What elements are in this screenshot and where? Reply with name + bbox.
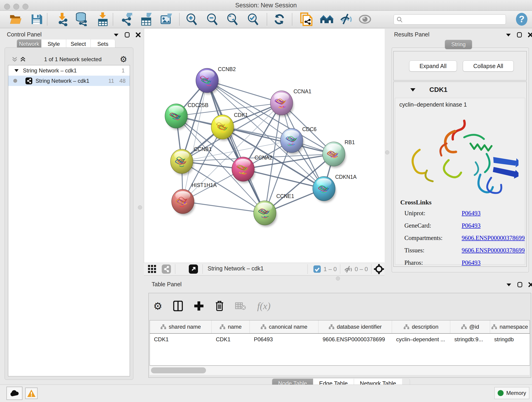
table-cell[interactable]: CDK1 bbox=[150, 336, 212, 343]
panel-float-icon[interactable] bbox=[125, 32, 130, 38]
crosslink-link[interactable]: P06493 bbox=[462, 222, 481, 229]
collapse-all-icon[interactable] bbox=[12, 56, 18, 62]
node-table-grid[interactable]: shared namenamecanonical namedatabase id… bbox=[150, 320, 530, 366]
panel-close-icon[interactable] bbox=[528, 32, 532, 37]
table-cell[interactable]: stringdb:9... bbox=[450, 336, 490, 343]
column-header-shared-name[interactable]: shared name bbox=[150, 320, 212, 333]
table-hscrollbar[interactable] bbox=[150, 366, 530, 375]
network-node-ccne1[interactable]: CCNE1 bbox=[254, 193, 294, 227]
collection-count: 1 bbox=[122, 67, 125, 74]
expand-all-button[interactable]: Expand All bbox=[409, 61, 457, 71]
tab-sets[interactable]: Sets bbox=[91, 39, 115, 49]
selected-node-edge-counts: 1 – 0 bbox=[323, 266, 337, 273]
network-node-rb1[interactable]: RB1 bbox=[323, 139, 355, 168]
search-input[interactable] bbox=[403, 16, 500, 23]
panel-close-icon[interactable] bbox=[136, 32, 141, 37]
network-node-ccnb2[interactable]: CCNB2 bbox=[196, 66, 236, 94]
show-columns-icon[interactable] bbox=[173, 301, 183, 311]
network-node-cdc6[interactable]: CDC6 bbox=[280, 126, 317, 154]
export-image-button[interactable] bbox=[159, 13, 173, 26]
table-cell[interactable]: CDK1 bbox=[212, 336, 250, 343]
network-canvas[interactable]: CCNB2CCNA1CDC25BCDK1CDC6RB1CCNB1CCNA2CDK… bbox=[144, 28, 385, 263]
hide-selected-button[interactable] bbox=[340, 13, 354, 26]
network-row-selected[interactable]: String Network – cdk1 11 48 bbox=[8, 76, 130, 86]
gene-section-header[interactable]: CDK1 bbox=[394, 82, 526, 97]
collapse-all-button[interactable]: Collapse All bbox=[463, 61, 514, 71]
table-row[interactable]: CDK1CDK1P064939606.ENSP00000378699cyclin… bbox=[150, 334, 530, 345]
panel-float-icon[interactable] bbox=[517, 282, 522, 287]
table-cell[interactable]: cyclin–dependent ... bbox=[392, 336, 450, 343]
vertical-splitter-grip-right[interactable] bbox=[385, 150, 389, 154]
scrollbar-thumb[interactable] bbox=[151, 367, 206, 373]
table-cell[interactable]: 9606.ENSP00000378699 bbox=[318, 336, 392, 343]
export-table-button[interactable] bbox=[139, 13, 153, 26]
network-node-cdkn1a[interactable]: CDKN1A bbox=[313, 174, 357, 202]
node-label-cdc6: CDC6 bbox=[302, 126, 317, 132]
first-neighbors-button[interactable] bbox=[320, 13, 334, 26]
gear-icon[interactable]: ⚙ bbox=[120, 55, 127, 64]
table-cell[interactable]: P06493 bbox=[250, 336, 318, 343]
search-field[interactable] bbox=[394, 14, 506, 25]
network-node-cdk1[interactable]: CDK1 bbox=[211, 112, 248, 141]
help-button[interactable]: ? bbox=[515, 13, 529, 26]
vertical-splitter-grip-left[interactable] bbox=[138, 205, 142, 210]
tab-style[interactable]: Style bbox=[41, 39, 66, 49]
zoom-fit-button[interactable] bbox=[225, 13, 240, 26]
import-network-file-button[interactable] bbox=[55, 13, 69, 26]
collection-expander-icon[interactable] bbox=[14, 69, 19, 72]
column-header-namespace[interactable]: namespace bbox=[490, 320, 530, 333]
crosslink-link[interactable]: P06493 bbox=[462, 210, 481, 217]
import-network-database-button[interactable] bbox=[75, 13, 89, 26]
tab-select[interactable]: Select bbox=[66, 39, 91, 49]
column-header-description[interactable]: description bbox=[392, 320, 450, 333]
tab-string[interactable]: String bbox=[445, 40, 472, 49]
zoom-out-button[interactable] bbox=[205, 13, 220, 26]
zoom-in-button[interactable] bbox=[185, 13, 199, 26]
table-gear-icon[interactable]: ⚙ bbox=[153, 300, 162, 312]
cloud-button[interactable] bbox=[6, 387, 22, 400]
tab-network[interactable]: Network bbox=[17, 39, 41, 49]
save-session-button[interactable] bbox=[29, 13, 44, 26]
show-all-button[interactable] bbox=[358, 13, 372, 26]
section-expander-icon[interactable] bbox=[410, 88, 416, 92]
network-node-cdc25b[interactable]: CDC25B bbox=[165, 102, 209, 130]
refresh-view-button[interactable] bbox=[272, 13, 286, 26]
export-table-icon bbox=[140, 12, 152, 26]
panel-float-icon[interactable] bbox=[517, 32, 522, 38]
houses-icon bbox=[320, 13, 334, 25]
crosslink-link[interactable]: P06493 bbox=[462, 259, 481, 266]
string-view-icon[interactable] bbox=[162, 264, 171, 274]
crosslink-link[interactable]: 9606.ENSP00000378699 bbox=[462, 247, 525, 254]
panel-close-icon[interactable] bbox=[528, 282, 532, 287]
zoom-selected-button[interactable] bbox=[246, 13, 260, 26]
memory-button[interactable]: Memory bbox=[494, 387, 529, 399]
open-session-button[interactable] bbox=[9, 13, 23, 26]
network-node-ccnb1[interactable]: CCNB1 bbox=[171, 146, 212, 175]
crosslink-link[interactable]: 9606.ENSP00000378699 bbox=[462, 235, 525, 242]
hidden-node-edge-counts: 0 – 0 bbox=[355, 266, 368, 273]
gene-description: cyclin–dependent kinase 1 bbox=[395, 98, 525, 108]
column-header-name[interactable]: name bbox=[212, 320, 250, 333]
show-grid-icon[interactable] bbox=[147, 264, 157, 274]
export-network-button[interactable] bbox=[120, 13, 134, 26]
add-column-icon[interactable] bbox=[194, 301, 204, 311]
import-table-file-button[interactable] bbox=[95, 13, 110, 26]
delete-column-icon[interactable] bbox=[215, 300, 224, 312]
network-node-ccna2[interactable]: CCNA2 bbox=[232, 155, 272, 183]
expand-all-icon[interactable] bbox=[20, 56, 26, 62]
copy-style-button[interactable] bbox=[299, 13, 313, 26]
refresh-icon bbox=[273, 13, 285, 26]
network-node-hist1h1a[interactable]: HIST1H1A bbox=[172, 182, 217, 215]
table-cell[interactable]: stringdb bbox=[490, 336, 530, 343]
panel-menu-icon[interactable] bbox=[114, 33, 119, 37]
column-header-database-identifier[interactable]: database identifier bbox=[318, 320, 392, 333]
network-node-ccna1[interactable]: CCNA1 bbox=[270, 89, 311, 117]
warning-button[interactable] bbox=[25, 388, 38, 399]
column-header-canonical-name[interactable]: canonical name bbox=[250, 320, 318, 333]
panel-menu-icon[interactable] bbox=[506, 33, 511, 37]
column-header--id[interactable]: @id bbox=[450, 320, 490, 333]
crosshair-icon[interactable] bbox=[374, 264, 384, 274]
panel-menu-icon[interactable] bbox=[506, 283, 511, 287]
birds-eye-view-icon[interactable] bbox=[189, 264, 198, 274]
network-collection-row[interactable]: String Network – cdk1 1 bbox=[8, 65, 130, 76]
